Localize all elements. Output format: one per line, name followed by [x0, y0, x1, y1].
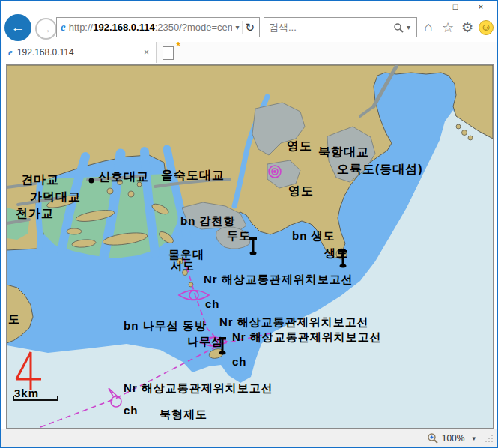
- landmark-dot: [89, 178, 94, 184]
- tab-row: e 192.168.0.114 × *: [1, 42, 497, 63]
- close-button[interactable]: ×: [468, 1, 494, 13]
- map-label: ch: [124, 404, 139, 417]
- browser-toolbar: ← → e http://192.168.0.114:2350/?mode=ce…: [1, 13, 497, 42]
- new-tab-star-icon: *: [177, 40, 180, 52]
- search-input[interactable]: [267, 21, 393, 34]
- url-prefix: http://: [69, 22, 94, 33]
- map-label: 영도: [287, 139, 312, 152]
- map-label: Nr 해상교통관제위치보고선: [219, 315, 369, 328]
- zoom-control[interactable]: 100% ▾: [427, 432, 480, 444]
- tab-favicon: e: [8, 46, 13, 58]
- search-icon[interactable]: [393, 22, 404, 33]
- map-label: 도: [8, 312, 20, 325]
- map-label: 오륙도(등대섬): [337, 163, 423, 175]
- map-label: 견마교: [21, 173, 59, 186]
- map-label: 북항대교: [318, 145, 369, 158]
- window-controls: ─ □ ×: [417, 1, 494, 13]
- refresh-icon[interactable]: ↻: [242, 21, 257, 34]
- minimize-button[interactable]: ─: [417, 1, 443, 13]
- tab-192-168-0-114[interactable]: e 192.168.0.114 ×: [2, 42, 157, 63]
- zoom-level: 100%: [442, 433, 465, 444]
- back-arrow-icon: ←: [11, 19, 25, 36]
- map-label: bn 나무섬 동방: [124, 319, 207, 332]
- map-label: 나무섬: [187, 335, 223, 348]
- map-label: 천가교: [16, 207, 54, 220]
- back-button[interactable]: ←: [4, 14, 31, 41]
- map-label: 영도: [288, 184, 314, 197]
- new-tab-button[interactable]: *: [160, 45, 178, 61]
- title-bar: ─ □ ×: [1, 1, 497, 13]
- maximize-button[interactable]: □: [443, 1, 468, 13]
- favorites-star-icon[interactable]: ☆: [439, 19, 457, 36]
- map-label: Nr 해상교통관제위치보고선: [204, 273, 353, 285]
- browser-window: ─ □ × ← → e http://192.168.0.114:2350/?m…: [0, 0, 498, 448]
- tab-title: 192.168.0.114: [17, 47, 142, 58]
- smiley-feedback-icon[interactable]: ☺: [479, 20, 494, 35]
- map-label: 두도: [227, 229, 251, 242]
- map-label: ch: [205, 297, 220, 310]
- map-label: 을숙도대교: [161, 169, 225, 181]
- zoom-dropdown-icon[interactable]: ▾: [467, 435, 480, 442]
- ie-favicon: e: [61, 21, 66, 34]
- home-icon[interactable]: ⌂: [419, 19, 437, 35]
- map-label: 서도: [171, 259, 195, 272]
- address-dropdown-icon[interactable]: ▾: [232, 23, 242, 31]
- search-dropdown-icon[interactable]: ▾: [404, 23, 413, 31]
- forward-button[interactable]: →: [35, 18, 57, 40]
- new-tab-page-icon: [163, 46, 174, 60]
- resize-grip[interactable]: [485, 434, 494, 443]
- map-label: ch: [232, 355, 247, 368]
- url-rest: :2350/?mode=cen: [155, 22, 233, 33]
- zoom-magnifier-icon: [427, 432, 439, 444]
- forward-arrow-icon: →: [41, 23, 52, 35]
- address-bar[interactable]: e http://192.168.0.114:2350/?mode=cen ▾ …: [56, 17, 260, 37]
- map-label: 3km: [14, 387, 39, 399]
- map-label: 가덕대교: [30, 190, 81, 203]
- map-label: Nr 해상교통관제위치보고선: [124, 381, 273, 394]
- page-content: 영도북항대교오륙도(등대섬)영도견마교신호대교을숙도대교가덕대교천가교bn 감천…: [1, 63, 497, 429]
- settings-gear-icon[interactable]: ⚙: [458, 19, 476, 36]
- map-label: bn 감천항: [180, 214, 236, 227]
- url-text[interactable]: http://192.168.0.114:2350/?mode=cen: [69, 22, 233, 33]
- map-frame: 영도북항대교오륙도(등대섬)영도견마교신호대교을숙도대교가덕대교천가교bn 감천…: [6, 64, 494, 429]
- map-label: Nr 해상교통관제위치보고선: [232, 330, 382, 343]
- map-label: 생도: [324, 246, 348, 259]
- search-box: ▾: [264, 17, 417, 37]
- tab-close-icon[interactable]: ×: [142, 47, 151, 58]
- map-label: 신호대교: [98, 170, 149, 183]
- url-domain: 192.168.0.114: [93, 22, 154, 33]
- map-label: bn 생도: [292, 229, 335, 242]
- nautical-chart-map[interactable]: 영도북항대교오륙도(등대섬)영도견마교신호대교을숙도대교가덕대교천가교bn 감천…: [7, 65, 493, 428]
- status-bar: 100% ▾: [1, 429, 497, 447]
- map-label: 북형제도: [160, 408, 207, 420]
